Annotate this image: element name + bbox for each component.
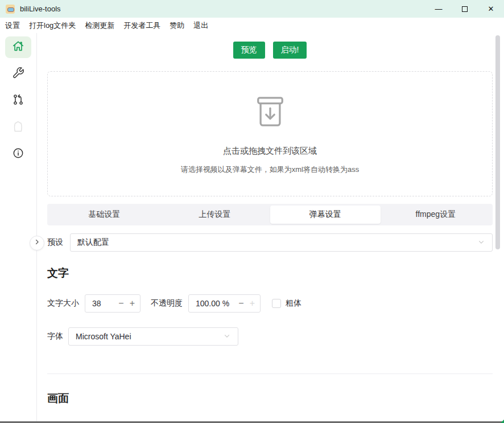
opacity-value: 100.00 %: [189, 299, 236, 308]
window-controls: — ✕: [425, 0, 504, 18]
font-size-value: 38: [85, 299, 115, 308]
sidebar-item-changelog[interactable]: [5, 90, 31, 112]
window-title: biliLive-tools: [20, 5, 61, 13]
menu-item-devtools[interactable]: 开发者工具: [123, 20, 160, 31]
start-button[interactable]: 启动!: [273, 42, 307, 59]
font-size-input[interactable]: 38 − +: [85, 294, 141, 313]
preset-select[interactable]: 默认配置: [70, 233, 493, 252]
close-icon: ✕: [488, 5, 494, 13]
app-window: biliLive-tools — ✕ 设置 打开log文件夹 检测更新 开发者工…: [0, 0, 504, 423]
font-size-increase-button[interactable]: +: [127, 299, 140, 308]
font-size-label: 文字大小: [47, 298, 79, 309]
bold-label: 粗体: [286, 298, 301, 309]
font-family-row: 字体 Microsoft YaHei: [47, 327, 493, 346]
tab-ffmpeg-settings[interactable]: ffmpeg设置: [381, 206, 491, 224]
menu-item-check-update[interactable]: 检测更新: [85, 20, 114, 31]
tab-basic-settings[interactable]: 基础设置: [49, 206, 159, 224]
scrollbar[interactable]: [495, 35, 500, 249]
minimize-icon: —: [435, 5, 443, 13]
menu-item-open-log-folder[interactable]: 打开log文件夹: [29, 20, 76, 31]
file-dropzone[interactable]: 点击或拖拽文件到该区域 请选择视频以及弹幕文件，如果为xml将自动转换为ass: [47, 71, 493, 196]
section-title-screen: 画面: [47, 391, 493, 406]
app-logo-icon: [6, 5, 15, 14]
settings-tabs: 基础设置 上传设置 弹幕设置 ffmpeg设置: [47, 204, 493, 225]
font-family-select[interactable]: Microsoft YaHei: [68, 327, 238, 346]
text-controls-row: 文字大小 38 − + 不透明度 100.00 % − + 粗体: [47, 294, 493, 313]
sidebar: [0, 33, 37, 421]
opacity-label: 不透明度: [151, 298, 183, 309]
font-family-label: 字体: [47, 331, 63, 342]
wrench-icon: [12, 67, 24, 81]
git-compare-icon: [12, 93, 24, 108]
sidebar-item-tools[interactable]: [5, 63, 31, 85]
menu-item-settings[interactable]: 设置: [5, 20, 20, 31]
tab-upload-settings[interactable]: 上传设置: [159, 206, 270, 224]
menu-item-exit[interactable]: 退出: [193, 20, 208, 31]
sidebar-item-about[interactable]: [5, 143, 31, 165]
info-icon: [12, 147, 24, 162]
home-icon: [12, 40, 24, 55]
section-title-text: 文字: [47, 266, 493, 281]
clothes-icon: [11, 120, 25, 135]
chevron-down-icon: [477, 238, 485, 248]
font-size-decrease-button[interactable]: −: [115, 299, 126, 308]
menu-item-sponsor[interactable]: 赞助: [170, 20, 184, 31]
dropzone-sub-text: 请选择视频以及弹幕文件，如果为xml将自动转换为ass: [181, 165, 359, 175]
font-family-value: Microsoft YaHei: [76, 332, 223, 341]
section-divider: [47, 373, 493, 374]
preset-value: 默认配置: [77, 237, 477, 248]
titlebar: biliLive-tools — ✕: [0, 0, 504, 18]
opacity-input[interactable]: 100.00 % − +: [188, 294, 261, 313]
sidebar-item-home[interactable]: [5, 36, 31, 58]
minimize-button[interactable]: —: [425, 0, 452, 18]
chevron-right-icon: [33, 238, 41, 248]
tab-danmu-settings[interactable]: 弹幕设置: [270, 206, 381, 224]
sidebar-expand-button[interactable]: [30, 236, 44, 250]
main-content: 预览 启动! 点击或拖拽文件到该区域 请选择视频以及弹幕文件，如果为xml将自动…: [37, 33, 504, 421]
maximize-icon: [462, 6, 468, 12]
archive-download-icon: [252, 96, 288, 130]
menu-bar: 设置 打开log文件夹 检测更新 开发者工具 赞助 退出: [0, 18, 504, 33]
maximize-button[interactable]: [452, 0, 478, 18]
bold-checkbox[interactable]: [272, 299, 281, 308]
close-button[interactable]: ✕: [478, 0, 504, 18]
dropzone-main-text: 点击或拖拽文件到该区域: [223, 146, 317, 157]
preset-label: 预设: [47, 237, 63, 248]
action-buttons: 预览 启动!: [47, 42, 493, 59]
chevron-down-icon: [223, 332, 231, 342]
preset-row: 预设 默认配置: [47, 233, 493, 252]
opacity-increase-button[interactable]: +: [247, 299, 260, 308]
opacity-decrease-button[interactable]: −: [236, 299, 246, 308]
sidebar-item-extra[interactable]: [5, 117, 31, 138]
preview-button[interactable]: 预览: [233, 42, 265, 59]
